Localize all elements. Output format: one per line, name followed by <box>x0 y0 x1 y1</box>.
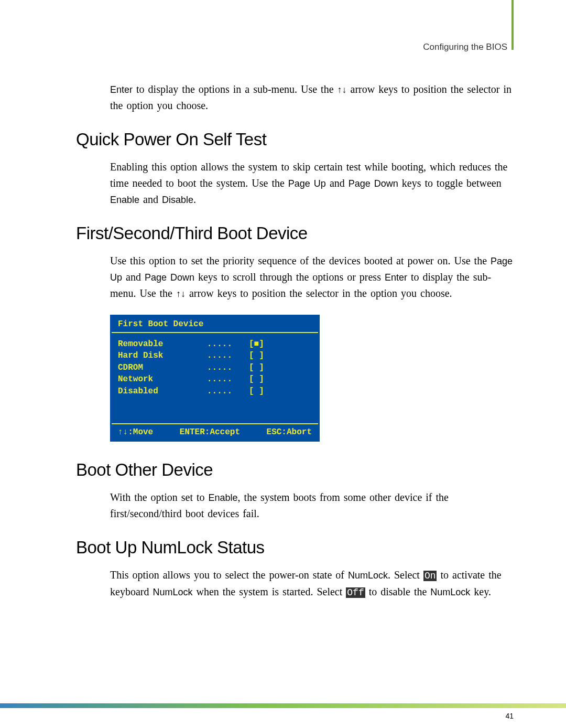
bios-footer-abort: ESC:Abort <box>267 427 312 437</box>
arrows-icon: ↑↓ <box>176 288 186 299</box>
term-pagedown: Page Down <box>145 272 194 283</box>
bios-dots: ..... <box>207 338 249 350</box>
bios-row-harddisk[interactable]: Hard Disk ..... [ ] <box>118 350 312 361</box>
page-header: Configuring the BIOS <box>76 42 514 52</box>
bios-row-disabled[interactable]: Disabled ..... [ ] <box>118 386 312 397</box>
bios-dots: ..... <box>207 386 249 397</box>
term-enter: Enter <box>110 84 133 95</box>
term-enter: Enter <box>385 272 407 283</box>
text-quick-power: Enabling this option allows the system t… <box>110 159 514 208</box>
text-numlock: This option allows you to select the pow… <box>110 567 514 601</box>
term-numlock: NumLock <box>153 587 192 597</box>
bios-label: CDROM <box>118 362 207 373</box>
page-number: 41 <box>505 712 514 720</box>
term-enable: Enable <box>209 493 238 503</box>
footer-gradient-bar <box>0 703 566 708</box>
bios-dots: ..... <box>207 350 249 361</box>
bios-row-cdrom[interactable]: CDROM ..... [ ] <box>118 362 312 373</box>
arrows-icon: ↑↓ <box>338 84 347 95</box>
bios-box-title: First Boot Device <box>112 316 318 333</box>
term-pageup: Page Up <box>288 178 326 189</box>
bios-box-footer: ↑↓:Move ENTER:Accept ESC:Abort <box>112 424 318 440</box>
text-boot-device: Use this option to set the priority sequ… <box>110 253 514 302</box>
term-disable: Disable <box>162 195 193 205</box>
bios-box-body: Removable ..... [■] Hard Disk ..... [ ] … <box>112 333 318 424</box>
header-accent-line <box>511 0 514 50</box>
bios-marker: [ ] <box>249 362 275 373</box>
bios-row-network[interactable]: Network ..... [ ] <box>118 373 312 385</box>
term-numlock: NumLock <box>430 587 470 597</box>
heading-quick-power: Quick Power On Self Test <box>76 130 514 149</box>
term-numlock: NumLock <box>348 570 388 581</box>
bios-row-removable[interactable]: Removable ..... [■] <box>118 338 312 350</box>
term-pagedown: Page Down <box>349 178 398 189</box>
bios-footer-move: ↑↓:Move <box>118 427 153 437</box>
term-on-highlighted: On <box>423 571 437 581</box>
bios-dots: ..... <box>207 373 249 385</box>
bios-marker: [ ] <box>249 386 275 397</box>
bios-marker-selected: [■] <box>249 338 275 350</box>
heading-boot-other: Boot Other Device <box>76 460 514 480</box>
heading-boot-device: First/Second/Third Boot Device <box>76 223 514 243</box>
bios-label: Disabled <box>118 386 207 397</box>
intro-paragraph: Enter to display the options in a sub-me… <box>110 81 514 114</box>
bios-marker: [ ] <box>249 373 275 385</box>
bios-label: Removable <box>118 338 207 350</box>
term-enable: Enable <box>110 195 139 205</box>
bios-marker: [ ] <box>249 350 275 361</box>
term-off-highlighted: Off <box>346 587 365 598</box>
bios-label: Hard Disk <box>118 350 207 361</box>
heading-numlock: Boot Up NumLock Status <box>76 538 514 558</box>
text-boot-other: With the option set to Enable, the syste… <box>110 489 514 522</box>
bios-footer-accept: ENTER:Accept <box>180 427 240 437</box>
bios-label: Network <box>118 373 207 385</box>
page-container: Configuring the BIOS Enter to display th… <box>0 0 566 728</box>
bios-submenu-box: First Boot Device Removable ..... [■] Ha… <box>110 315 320 442</box>
bios-dots: ..... <box>207 362 249 373</box>
